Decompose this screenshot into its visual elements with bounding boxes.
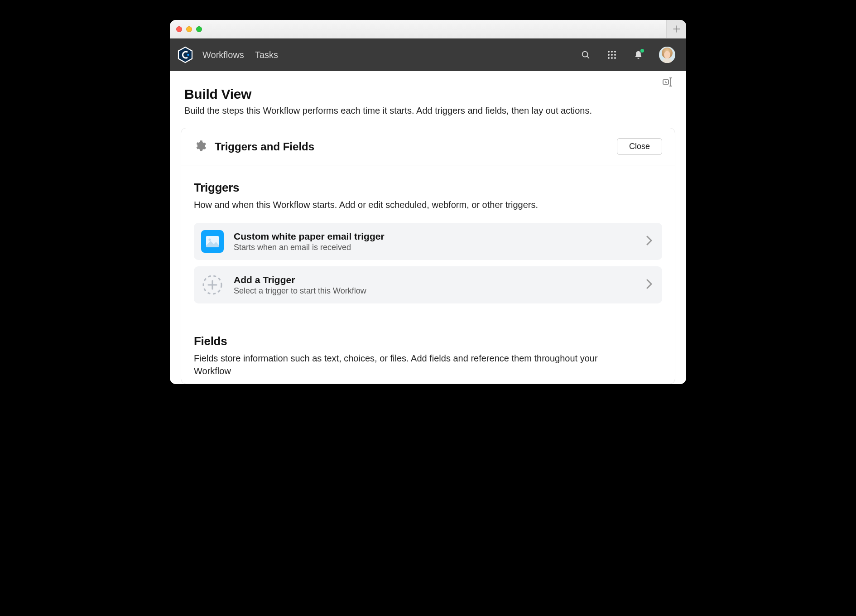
add-trigger-icon [201,274,224,296]
panel-title: Triggers and Fields [215,140,314,153]
app-window: Workflows Tasks [170,20,686,384]
page-header: Build View Build the steps this Workflow… [170,71,686,128]
triggers-and-fields-panel: Triggers and Fields Close Triggers How a… [181,128,675,384]
page-title: Build View [184,87,672,102]
panel-header: Triggers and Fields Close [181,128,675,165]
trigger-row-add[interactable]: Add a Trigger Select a trigger to start … [194,266,662,303]
triggers-subheading: How and when this Workflow starts. Add o… [194,198,620,211]
window-minimize-button[interactable] [186,26,192,32]
rename-button[interactable]: A [663,77,675,88]
svg-point-21 [208,238,211,241]
trigger-row-subtitle: Starts when an email is received [234,243,636,252]
plus-icon [673,25,680,33]
hexagon-logo-icon [176,46,194,64]
fields-heading: Fields [194,334,662,348]
svg-point-8 [611,54,613,56]
svg-point-5 [611,51,613,53]
svg-point-6 [614,51,616,53]
rename-icon: A [663,77,675,87]
triggers-list: Custom white paper email trigger Starts … [181,215,675,316]
email-trigger-icon [201,230,224,253]
trigger-row-subtitle: Select a trigger to start this Workflow [234,286,636,296]
svg-point-10 [608,57,610,59]
app-header: Workflows Tasks [170,38,686,71]
apps-grid-icon [607,50,616,59]
window-zoom-button[interactable] [196,26,202,32]
apps-grid-button[interactable] [603,46,621,64]
triggers-heading: Triggers [194,181,662,195]
chevron-right-icon [646,236,652,247]
svg-line-3 [587,56,589,58]
nav-tasks[interactable]: Tasks [255,50,278,60]
svg-point-12 [614,57,616,59]
app-logo[interactable] [176,46,194,64]
nav-workflows[interactable]: Workflows [202,50,244,60]
search-icon [581,50,591,60]
image-icon [206,236,219,247]
notifications-button[interactable] [629,46,647,64]
svg-point-7 [608,54,610,56]
trigger-row-email[interactable]: Custom white paper email trigger Starts … [194,223,662,260]
new-tab-button[interactable] [666,20,686,38]
search-button[interactable] [577,46,595,64]
trigger-row-title: Add a Trigger [234,274,636,285]
chevron-right-icon [646,279,652,291]
trigger-row-title: Custom white paper email trigger [234,231,636,242]
close-panel-button[interactable]: Close [617,138,662,155]
triggers-section: Triggers How and when this Workflow star… [181,165,675,215]
svg-point-9 [614,54,616,56]
svg-rect-16 [663,58,672,63]
avatar-image [659,47,675,63]
user-avatar[interactable] [659,47,675,63]
svg-point-1 [187,54,189,56]
svg-marker-0 [178,47,192,63]
main-nav: Workflows Tasks [202,50,278,60]
svg-point-4 [608,51,610,53]
fields-subheading: Fields store information such as text, c… [194,352,620,377]
svg-point-11 [611,57,613,59]
svg-text:A: A [665,81,667,84]
window-controls [176,26,202,32]
window-close-button[interactable] [176,26,182,32]
page-body: A Build View Build the steps this Workfl… [170,71,686,384]
titlebar [170,20,686,38]
dashed-plus-icon [202,274,223,296]
gear-icon [194,140,207,154]
notification-indicator [640,49,644,53]
svg-point-15 [664,51,670,59]
fields-section: Fields Fields store information such as … [181,316,675,384]
page-subtitle: Build the steps this Workflow performs e… [184,105,672,117]
